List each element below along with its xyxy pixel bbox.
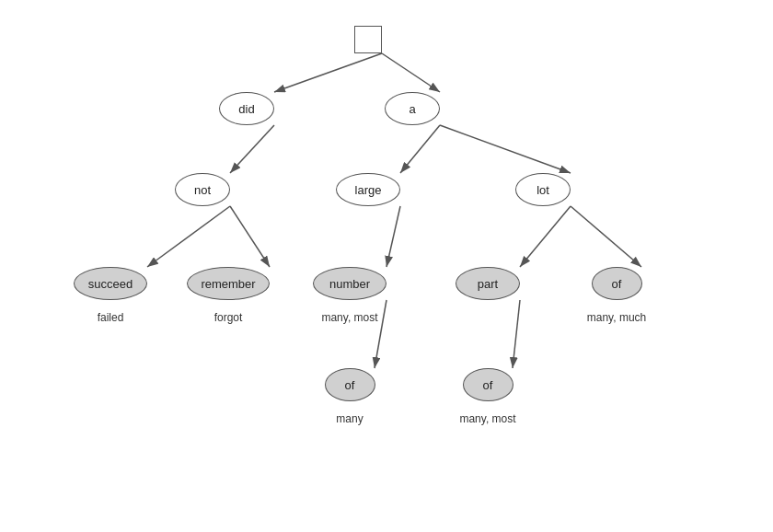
text-label-5: many, most xyxy=(442,412,534,425)
svg-line-12 xyxy=(513,300,520,368)
node-remember: remember xyxy=(187,267,270,300)
node-did: did xyxy=(219,92,274,125)
text-label-0: failed xyxy=(64,311,156,324)
svg-line-7 xyxy=(230,206,270,267)
node-of_part: of xyxy=(463,368,513,401)
node-number: number xyxy=(313,267,386,300)
text-label-2: many, most xyxy=(304,311,396,324)
node-root xyxy=(354,26,382,53)
node-a: a xyxy=(385,92,440,125)
svg-line-8 xyxy=(386,206,400,267)
tree-edges-svg xyxy=(0,0,773,532)
svg-line-2 xyxy=(382,53,440,92)
text-label-1: forgot xyxy=(182,311,274,324)
text-label-4: many xyxy=(304,412,396,425)
node-of_number: of xyxy=(325,368,375,401)
svg-line-4 xyxy=(400,125,440,173)
tree-diagram: didanotlargelotsucceedremembernumberpart… xyxy=(0,0,773,532)
text-label-3: many, much xyxy=(571,311,663,324)
svg-line-5 xyxy=(440,125,571,173)
svg-line-6 xyxy=(147,206,230,267)
node-part: part xyxy=(456,267,520,300)
node-not: not xyxy=(175,173,230,206)
node-of_right: of xyxy=(592,267,642,300)
svg-line-3 xyxy=(230,125,274,173)
svg-line-10 xyxy=(571,206,641,267)
svg-line-1 xyxy=(274,53,382,92)
node-succeed: succeed xyxy=(74,267,147,300)
node-lot: lot xyxy=(515,173,571,206)
svg-line-9 xyxy=(520,206,571,267)
node-large: large xyxy=(336,173,400,206)
